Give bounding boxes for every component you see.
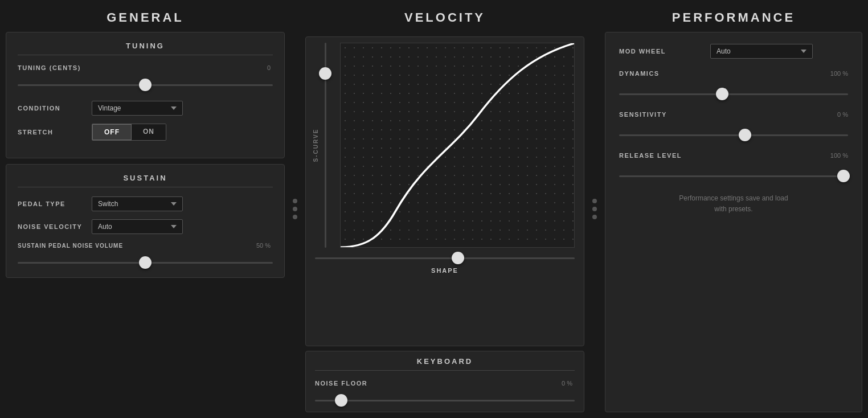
tuning-cents-row: TUNING (CENTS) 0 xyxy=(18,64,273,71)
sustain-noise-volume-value: 50 % xyxy=(256,242,273,249)
performance-title: PERFORMANCE xyxy=(605,6,862,32)
performance-panel: PERFORMANCE MOD WHEEL Auto DYNAMICS 100 … xyxy=(605,6,862,412)
noise-velocity-arrow-icon xyxy=(171,225,177,228)
keyboard-title: KEYBOARD xyxy=(315,357,575,371)
general-title: GENERAL xyxy=(6,6,285,32)
performance-box: MOD WHEEL Auto DYNAMICS 100 % SENSITIVIT… xyxy=(605,32,862,412)
strip-dot-1 xyxy=(293,199,297,203)
center-strip-2 xyxy=(589,6,600,412)
velocity-graph-container: S-CURVE xyxy=(315,43,575,248)
condition-value: Vintage xyxy=(98,104,121,112)
stretch-off-button[interactable]: OFF xyxy=(92,124,132,140)
shape-track xyxy=(315,257,575,259)
noise-floor-value: 0 % xyxy=(562,380,575,387)
dynamics-track xyxy=(619,93,848,95)
pedal-type-arrow-icon xyxy=(171,202,177,206)
dynamics-value: 100 % xyxy=(830,70,848,77)
strip-dot-6 xyxy=(592,215,597,219)
sensitivity-thumb[interactable] xyxy=(739,129,751,141)
tuning-cents-thumb[interactable] xyxy=(139,79,152,91)
tuning-cents-value: 0 xyxy=(267,64,273,71)
noise-floor-label: NOISE FLOOR xyxy=(315,380,389,387)
stretch-row: STRETCH OFF ON xyxy=(18,124,273,141)
performance-note: Performance settings save and loadwith p… xyxy=(619,193,848,215)
keyboard-section: KEYBOARD NOISE FLOOR 0 % xyxy=(305,351,584,412)
condition-row: CONDITION Vintage xyxy=(18,101,273,116)
shape-label: SHAPE xyxy=(431,267,458,274)
scurve-label: S-CURVE xyxy=(310,126,321,165)
scurve-slider-area: S-CURVE xyxy=(315,43,335,248)
condition-dropdown[interactable]: Vintage xyxy=(92,101,183,116)
stretch-label: STRETCH xyxy=(18,129,92,136)
noise-velocity-label: NOISE VELOCITY xyxy=(18,223,92,230)
sustain-title: SUSTAIN xyxy=(18,174,273,187)
sustain-noise-volume-row: SUSTAIN PEDAL NOISE VOLUME 50 % xyxy=(18,242,273,249)
sustain-section: SUSTAIN PEDAL TYPE Switch NOISE VELOCITY… xyxy=(6,164,285,278)
tuning-section: TUNING TUNING (CENTS) 0 CONDITION Vintag… xyxy=(6,32,285,158)
tuning-cents-slider[interactable] xyxy=(18,79,273,91)
middle-panel: VELOCITY S-CURVE xyxy=(305,6,584,412)
sensitivity-row: SENSITIVITY 0 % xyxy=(619,111,848,118)
general-panel: GENERAL TUNING TUNING (CENTS) 0 CONDITIO… xyxy=(6,6,285,412)
sustain-noise-volume-thumb[interactable] xyxy=(139,256,152,269)
sustain-noise-volume-label: SUSTAIN PEDAL NOISE VOLUME xyxy=(18,243,123,249)
tuning-title: TUNING xyxy=(18,42,273,55)
strip-dot-4 xyxy=(592,199,597,203)
stretch-toggle[interactable]: OFF ON xyxy=(92,124,166,141)
sustain-noise-volume-slider[interactable] xyxy=(18,257,273,268)
sensitivity-track xyxy=(619,134,848,136)
noise-velocity-dropdown[interactable]: Auto xyxy=(92,219,183,234)
mod-wheel-value: Auto xyxy=(716,47,731,55)
condition-arrow-icon xyxy=(171,106,177,110)
scurve-track xyxy=(325,43,326,248)
stretch-on-button[interactable]: ON xyxy=(132,124,166,140)
dynamics-row: DYNAMICS 100 % xyxy=(619,70,848,77)
pedal-type-row: PEDAL TYPE Switch xyxy=(18,196,273,211)
sustain-noise-volume-track xyxy=(18,262,273,264)
noise-velocity-row: NOISE VELOCITY Auto xyxy=(18,219,273,234)
sensitivity-slider[interactable] xyxy=(619,129,848,141)
release-level-row: RELEASE LEVEL 100 % xyxy=(619,152,848,159)
shape-thumb[interactable] xyxy=(452,252,464,264)
release-level-slider[interactable] xyxy=(619,170,848,182)
strip-dot-2 xyxy=(293,207,297,211)
strip-dot-5 xyxy=(592,207,597,211)
mod-wheel-dropdown[interactable]: Auto xyxy=(710,44,813,59)
mod-wheel-row: MOD WHEEL Auto xyxy=(619,44,848,59)
velocity-title: VELOCITY xyxy=(305,6,584,32)
release-level-thumb[interactable] xyxy=(837,170,850,182)
shape-slider-row: SHAPE xyxy=(315,252,575,274)
sensitivity-value: 0 % xyxy=(837,111,848,118)
tuning-cents-track xyxy=(18,84,273,86)
release-level-label: RELEASE LEVEL xyxy=(619,152,710,159)
pedal-type-dropdown[interactable]: Switch xyxy=(92,196,183,211)
velocity-curve xyxy=(341,43,574,247)
pedal-type-label: PEDAL TYPE xyxy=(18,200,92,207)
performance-note-text: Performance settings save and loadwith p… xyxy=(679,194,788,213)
sensitivity-label: SENSITIVITY xyxy=(619,111,710,118)
release-level-track xyxy=(619,175,848,177)
condition-label: CONDITION xyxy=(18,105,92,112)
noise-velocity-value: Auto xyxy=(98,223,112,231)
noise-floor-slider[interactable] xyxy=(315,395,575,406)
mod-wheel-arrow-icon xyxy=(801,50,806,53)
scurve-thumb[interactable] xyxy=(319,67,331,80)
center-strip xyxy=(289,6,301,412)
noise-floor-thumb[interactable] xyxy=(335,394,347,407)
pedal-type-value: Switch xyxy=(98,200,118,208)
mod-wheel-label: MOD WHEEL xyxy=(619,48,710,55)
dynamics-label: DYNAMICS xyxy=(619,70,710,77)
strip-dot-3 xyxy=(293,215,297,219)
noise-floor-track xyxy=(315,400,575,401)
release-level-value: 100 % xyxy=(830,152,848,159)
noise-floor-row: NOISE FLOOR 0 % xyxy=(315,380,575,387)
tuning-cents-label: TUNING (CENTS) xyxy=(18,64,92,71)
dynamics-thumb[interactable] xyxy=(716,88,728,100)
dynamics-slider[interactable] xyxy=(619,88,848,100)
velocity-section: S-CURVE SHAPE xyxy=(305,36,584,346)
shape-slider[interactable] xyxy=(315,252,575,264)
velocity-graph xyxy=(340,43,575,248)
